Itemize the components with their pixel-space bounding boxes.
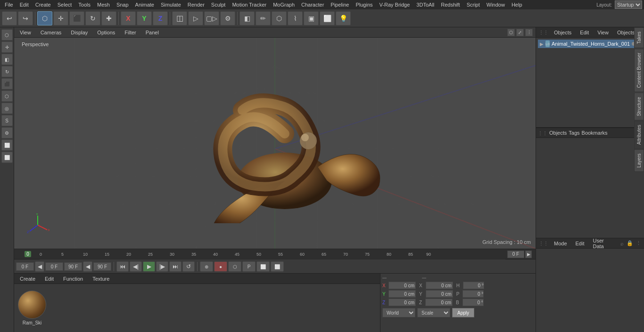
y-axis-button[interactable]: Y [137, 11, 152, 25]
menu-edit[interactable]: Edit [17, 1, 32, 8]
transport-loop-btn[interactable]: ↺ [182, 261, 195, 272]
material-function-btn[interactable]: Function [60, 275, 86, 282]
transport-prev-preview[interactable]: ◀ [83, 261, 92, 272]
transport-play-btn[interactable]: ▶ [143, 261, 155, 272]
material-texture-btn[interactable]: Texture [90, 275, 112, 282]
coord-z-rot[interactable] [425, 299, 453, 306]
transport-preview-end[interactable] [64, 262, 82, 271]
file-menu-file[interactable]: Objects [551, 29, 574, 36]
menu-help[interactable]: Help [509, 1, 525, 8]
vc-dots-btn[interactable]: ⋮ [525, 29, 533, 36]
coord-h-val[interactable] [463, 282, 484, 289]
attr-lock-icon[interactable]: 🔒 [627, 240, 633, 246]
scale-tool-button[interactable]: ⬛ [69, 11, 84, 25]
polygon-btn[interactable]: ⬡ [272, 11, 287, 25]
vertical-tab-content-browser[interactable]: Content Browser [634, 49, 644, 92]
attr-edit-tab[interactable]: Edit [573, 240, 587, 247]
menu-motion-tracker[interactable]: Motion Tracker [229, 1, 269, 8]
menu-sculpt[interactable]: Sculpt [208, 1, 229, 8]
material-create-btn[interactable]: Create [17, 275, 38, 282]
menu-vray[interactable]: V-Ray Bridge [377, 1, 413, 8]
material-ball[interactable] [18, 291, 46, 319]
transport-preview-end2[interactable] [93, 262, 111, 271]
attr-dots-icon[interactable]: ⋮ [636, 240, 641, 246]
vertical-tab-structure[interactable]: Structure [634, 93, 644, 121]
sidebar-btn-6[interactable]: ◎ [1, 103, 13, 114]
sidebar-btn-2[interactable]: ◧ [1, 54, 13, 65]
sidebar-btn-4[interactable]: ⬛ [1, 78, 13, 89]
menu-pipeline[interactable]: Pipeline [328, 1, 352, 8]
transport-auto-btn[interactable]: ⬡ [228, 261, 241, 272]
transport-first-btn[interactable]: ⏮ [116, 261, 129, 272]
transform-tool-button[interactable]: ✚ [101, 11, 116, 25]
select-tool-button[interactable]: ⬡ [37, 11, 52, 25]
menu-animate[interactable]: Animate [132, 1, 157, 8]
viewport-options-btn[interactable]: Options [94, 29, 118, 36]
transport-next-btn[interactable]: |▶ [156, 261, 168, 272]
menu-window[interactable]: Window [484, 1, 508, 8]
transport-record-btn[interactable]: ● [214, 261, 227, 272]
file-menu-edit[interactable]: Edit [577, 29, 592, 36]
right-tab-objects[interactable]: Objects [549, 130, 567, 136]
menu-select[interactable]: Select [55, 1, 75, 8]
menu-render[interactable]: Render [185, 1, 207, 8]
sidebar-btn-9[interactable]: ⬜ [1, 139, 13, 151]
transport-prev-input[interactable]: ◀ [35, 261, 44, 272]
rotate-tool-button[interactable]: ↻ [85, 11, 100, 25]
world-dropdown[interactable]: World [382, 308, 415, 317]
material-edit-btn[interactable]: Edit [42, 275, 57, 282]
coord-x-rot[interactable] [426, 282, 453, 289]
apply-button[interactable]: Apply [452, 308, 474, 317]
menu-character[interactable]: Character [298, 1, 327, 8]
timeline-ticks[interactable]: 0 5 10 15 20 25 30 35 40 45 50 55 60 65 [40, 249, 505, 259]
transport-extra-btn[interactable]: ⬜ [271, 261, 284, 272]
move-tool-button[interactable]: ✛ [53, 11, 68, 25]
transport-p-btn[interactable]: P [242, 261, 256, 272]
viewport-display-btn[interactable]: Display [68, 29, 91, 36]
menu-plugins[interactable]: Plugins [353, 1, 375, 8]
transport-prev-btn[interactable]: ◀| [130, 261, 142, 272]
sidebar-btn-7[interactable]: S [1, 115, 13, 126]
menu-script[interactable]: Script [464, 1, 483, 8]
sidebar-btn-8[interactable]: ⚙ [1, 127, 13, 138]
spline-btn[interactable]: ⌇ [288, 11, 303, 25]
viewport-cameras-btn[interactable]: Cameras [38, 29, 65, 36]
menu-file[interactable]: File [2, 1, 16, 8]
vertical-tab-takes[interactable]: Takes [634, 27, 644, 48]
right-tab-bookmarks[interactable]: Bookmarks [582, 130, 608, 136]
vc-arrows-btn[interactable]: ⤢ [516, 29, 524, 36]
view-cube-btn[interactable]: ◧ [239, 11, 255, 25]
x-axis-button[interactable]: X [121, 11, 136, 25]
sidebar-btn-1[interactable]: ✛ [1, 41, 13, 53]
menu-mesh[interactable]: Mesh [94, 1, 113, 8]
transport-key-btn[interactable]: ⊕ [200, 261, 213, 272]
menu-create[interactable]: Create [33, 1, 54, 8]
sidebar-btn-0[interactable]: ⬡ [1, 29, 13, 40]
timeline-end-btn[interactable]: ▶ [525, 251, 532, 258]
viewport-panel-btn[interactable]: Panel [143, 29, 162, 36]
render-btn[interactable]: ▷ [188, 11, 203, 25]
vertical-tab-attributes[interactable]: Attributes [634, 121, 644, 149]
viewport-view-btn[interactable]: View [17, 29, 34, 36]
attr-userdata-tab[interactable]: User Data [590, 237, 618, 250]
menu-simulate[interactable]: Simulate [158, 1, 184, 8]
transport-grid-btn[interactable]: ⬜ [256, 261, 270, 272]
z-axis-button[interactable]: Z [153, 11, 168, 25]
layout-select[interactable]: Startup [615, 0, 642, 9]
coord-x-pos[interactable] [388, 282, 416, 289]
undo-button[interactable]: ↩ [2, 11, 17, 25]
transport-end-input[interactable] [45, 262, 63, 271]
light-btn[interactable]: 💡 [336, 11, 351, 25]
coord-b-val[interactable] [462, 299, 484, 306]
transport-last-btn[interactable]: ⏭ [169, 261, 182, 272]
menu-redshift[interactable]: Redshift [438, 1, 462, 8]
attr-search-icon[interactable]: ⌕ [620, 241, 624, 246]
viewport-filter-btn[interactable]: Filter [122, 29, 139, 36]
camera-btn[interactable]: ▣ [304, 11, 319, 25]
object-mode-button[interactable]: ◫ [172, 11, 187, 25]
sidebar-btn-10[interactable]: ⬜ [1, 152, 13, 163]
right-tab-tags[interactable]: Tags [569, 130, 579, 136]
menu-3dtoall[interactable]: 3DToAll [413, 1, 437, 8]
timeline-current-input[interactable] [507, 251, 524, 258]
attr-mode-tab[interactable]: Mode [551, 240, 570, 247]
